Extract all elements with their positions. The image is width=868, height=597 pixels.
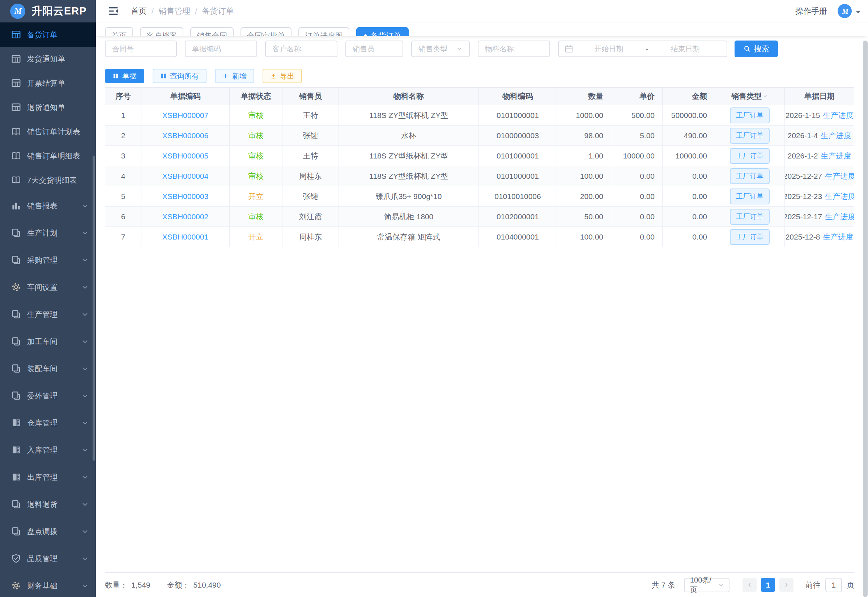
date-cell: 2026-1-4生产进度 bbox=[785, 126, 854, 146]
page-size-select[interactable]: 100条/页 bbox=[684, 578, 729, 592]
toolbar-button-3[interactable]: 导出 bbox=[262, 69, 302, 83]
sidebar-item-label: 入库管理 bbox=[27, 445, 81, 455]
column-header-9[interactable]: 销售类型 bbox=[715, 88, 785, 105]
sidebar-item-12[interactable]: 加工车间 bbox=[0, 328, 96, 355]
collapse-sidebar-icon[interactable] bbox=[108, 6, 118, 16]
sidebar-item-0[interactable]: 备货订单 bbox=[0, 22, 96, 47]
salesperson-text: 王特 bbox=[303, 110, 318, 120]
gear-icon bbox=[11, 581, 21, 591]
avatar[interactable] bbox=[838, 4, 852, 18]
material-code-cell: 0104000001 bbox=[479, 227, 557, 247]
filter-input-3[interactable]: 销售员 bbox=[345, 40, 403, 57]
sidebar-item-7[interactable]: 销售报表 bbox=[0, 192, 96, 219]
sale-type-badge[interactable]: 工厂订单 bbox=[730, 189, 770, 205]
breadcrumb-item-0[interactable]: 首页 bbox=[131, 6, 147, 16]
sidebar-item-5[interactable]: 销售订单明细表 bbox=[0, 144, 96, 168]
amount-cell: 0.00 bbox=[662, 186, 715, 206]
sale-type-badge[interactable]: 工厂订单 bbox=[730, 229, 770, 245]
prev-page-button[interactable] bbox=[742, 578, 757, 592]
sidebar-item-6[interactable]: 7天交货明细表 bbox=[0, 168, 96, 192]
sidebar-item-21[interactable]: 财务基础 bbox=[0, 572, 96, 597]
filter-input-0[interactable]: 合同号 bbox=[105, 40, 177, 57]
sidebar-item-8[interactable]: 生产计划 bbox=[0, 219, 96, 247]
sale-type-badge[interactable]: 工厂订单 bbox=[730, 107, 770, 123]
price-cell: 0.00 bbox=[611, 206, 662, 227]
sidebar-item-label: 车间设置 bbox=[27, 282, 81, 293]
production-progress-link[interactable]: 生产进度 bbox=[825, 192, 854, 202]
material-name-cell: 水杯 bbox=[339, 126, 479, 146]
tab-5[interactable]: 备货订单 bbox=[356, 27, 409, 36]
order-code-link[interactable]: XSBH000004 bbox=[162, 172, 208, 181]
tab-2[interactable]: 销售合同 bbox=[190, 27, 234, 36]
filter-select-4[interactable]: 销售类型 bbox=[411, 40, 470, 57]
sidebar-item-3[interactable]: 退货通知单 bbox=[0, 95, 96, 119]
status-text: 审核 bbox=[249, 212, 264, 222]
table-row: 2XSBH000006审核张键水杯010000000398.005.00490.… bbox=[105, 126, 854, 146]
salesperson-cell: 张键 bbox=[283, 126, 339, 146]
order-code-link[interactable]: XSBH000001 bbox=[162, 233, 208, 241]
filter-input-5[interactable]: 物料名称 bbox=[478, 40, 550, 57]
sidebar-item-18[interactable]: 退料退货 bbox=[0, 491, 96, 518]
price-cell: 0.00 bbox=[611, 166, 662, 186]
sidebar-item-1[interactable]: 发货通知单 bbox=[0, 47, 96, 71]
sidebar-item-11[interactable]: 生产管理 bbox=[0, 301, 96, 328]
sidebar-item-16[interactable]: 入库管理 bbox=[0, 437, 96, 463]
filter-input-1[interactable]: 单据编码 bbox=[185, 40, 257, 57]
date-range-input[interactable]: 开始日期 - 结束日期 bbox=[558, 40, 727, 57]
search-button[interactable]: 搜索 bbox=[735, 40, 778, 57]
order-code-link[interactable]: XSBH000005 bbox=[162, 151, 208, 160]
seq-cell: 7 bbox=[105, 227, 141, 247]
chevron-down-icon bbox=[81, 582, 89, 590]
manual-link[interactable]: 操作手册 bbox=[795, 6, 827, 16]
production-progress-link[interactable]: 生产进度 bbox=[823, 110, 853, 120]
sidebar-item-14[interactable]: 委外管理 bbox=[0, 382, 96, 409]
sidebar-item-label: 采购管理 bbox=[27, 255, 81, 265]
tab-0[interactable]: 首页 bbox=[105, 27, 133, 36]
tab-1[interactable]: 客户档案 bbox=[140, 27, 184, 36]
sidebar-item-10[interactable]: 车间设置 bbox=[0, 273, 96, 301]
sidebar-item-17[interactable]: 出库管理 bbox=[0, 463, 96, 491]
sidebar-item-2[interactable]: 开票结算单 bbox=[0, 71, 96, 95]
production-progress-link[interactable]: 生产进度 bbox=[821, 151, 851, 161]
toolbar-button-2[interactable]: 新增 bbox=[215, 69, 254, 83]
sale-type-badge[interactable]: 工厂订单 bbox=[730, 168, 770, 184]
sidebar-item-20[interactable]: 品质管理 bbox=[0, 545, 96, 572]
sidebar-item-19[interactable]: 盘点调拨 bbox=[0, 518, 96, 545]
price-cell: 500.00 bbox=[611, 105, 662, 125]
sale-type-badge[interactable]: 工厂订单 bbox=[730, 148, 770, 164]
sale-type-badge[interactable]: 工厂订单 bbox=[730, 128, 770, 144]
production-progress-link[interactable]: 生产进度 bbox=[825, 171, 854, 181]
toolbar-button-0[interactable]: 单据 bbox=[105, 69, 144, 83]
order-code-link[interactable]: XSBH000003 bbox=[162, 192, 208, 201]
salesperson-cell: 王特 bbox=[283, 105, 339, 125]
sidebar-item-4[interactable]: 销售订单计划表 bbox=[0, 119, 96, 144]
order-code-link[interactable]: XSBH000006 bbox=[162, 131, 208, 140]
app-root: 升阳云ERP 备货订单 发货通知单 开票结算单 退货通知单 销售订单计划表 销售… bbox=[0, 0, 868, 597]
tab-3[interactable]: 合同审批单 bbox=[240, 27, 292, 36]
qty-text: 1000.00 bbox=[576, 111, 603, 120]
download-icon bbox=[270, 73, 277, 79]
production-progress-link[interactable]: 生产进度 bbox=[823, 232, 853, 242]
page-scrollbar[interactable] bbox=[863, 40, 868, 597]
order-code-link[interactable]: XSBH000007 bbox=[162, 111, 208, 120]
tab-4[interactable]: 订单进度图 bbox=[298, 27, 350, 36]
goto-page-input[interactable]: 1 bbox=[825, 578, 842, 592]
sidebar-item-9[interactable]: 采购管理 bbox=[0, 247, 96, 273]
production-progress-link[interactable]: 生产进度 bbox=[821, 131, 851, 141]
order-code-link[interactable]: XSBH000002 bbox=[162, 212, 208, 221]
toolbar-button-1[interactable]: 查询所有 bbox=[153, 69, 206, 83]
amount-text: 500000.00 bbox=[671, 111, 707, 120]
date-cell: 2025-12-8生产进度 bbox=[785, 227, 854, 247]
user-menu-caret-icon[interactable] bbox=[856, 11, 861, 16]
price-cell: 0.00 bbox=[611, 186, 662, 206]
sale-type-cell: 工厂订单 bbox=[715, 105, 785, 125]
amount-cell: 500000.00 bbox=[662, 105, 715, 125]
sidebar-scrollbar[interactable] bbox=[93, 156, 95, 460]
next-page-button[interactable] bbox=[779, 578, 794, 592]
production-progress-link[interactable]: 生产进度 bbox=[825, 212, 854, 222]
sidebar-item-15[interactable]: 仓库管理 bbox=[0, 409, 96, 437]
sidebar-item-13[interactable]: 装配车间 bbox=[0, 355, 96, 382]
sale-type-badge[interactable]: 工厂订单 bbox=[730, 209, 770, 225]
current-page-button[interactable]: 1 bbox=[761, 578, 775, 592]
filter-input-2[interactable]: 客户名称 bbox=[265, 40, 338, 57]
